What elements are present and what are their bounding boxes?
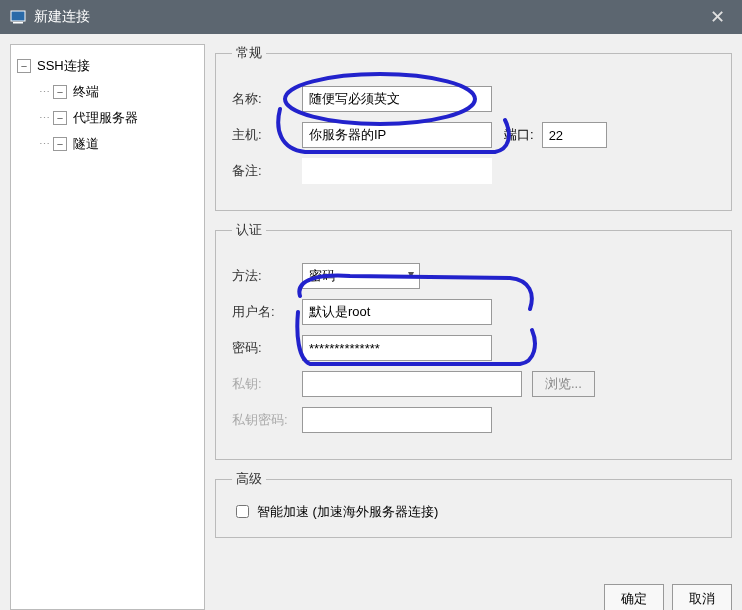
dialog-body: − SSH连接 ⋯ − 终端 ⋯ − 代理服务器 ⋯ − 隧道 常规 (0, 34, 742, 610)
tree-branch-icon: ⋯ (39, 138, 49, 151)
method-label: 方法: (232, 267, 302, 285)
collapse-icon: − (17, 59, 31, 73)
tree-item-terminal[interactable]: ⋯ − 终端 (17, 79, 198, 105)
collapse-icon: − (53, 137, 67, 151)
tree-item-label: 终端 (73, 83, 99, 101)
smart-accel-option[interactable]: 智能加速 (加速海外服务器连接) (232, 502, 715, 521)
tree-item-label: 代理服务器 (73, 109, 138, 127)
method-select[interactable] (302, 263, 420, 289)
svg-rect-0 (11, 11, 25, 21)
name-input[interactable] (302, 86, 492, 112)
titlebar: 新建连接 ✕ (0, 0, 742, 34)
dialog-buttons: 确定 取消 (604, 584, 732, 610)
tree-root-label: SSH连接 (37, 57, 90, 75)
sidebar-tree: − SSH连接 ⋯ − 终端 ⋯ − 代理服务器 ⋯ − 隧道 (10, 44, 205, 610)
group-auth: 认证 方法: 用户名: 密码: 私钥: (215, 221, 732, 460)
ok-button[interactable]: 确定 (604, 584, 664, 610)
tree-branch-icon: ⋯ (39, 112, 49, 125)
group-general: 常规 名称: 主机: 端口: 备注: (215, 44, 732, 211)
username-input[interactable] (302, 299, 492, 325)
privkey-input (302, 371, 522, 397)
tree-item-tunnel[interactable]: ⋯ − 隧道 (17, 131, 198, 157)
collapse-icon: − (53, 85, 67, 99)
tree-root-ssh[interactable]: − SSH连接 (17, 53, 198, 79)
group-general-legend: 常规 (232, 44, 266, 62)
collapse-icon: − (53, 111, 67, 125)
content-area: 常规 名称: 主机: 端口: 备注: 认证 (215, 44, 732, 610)
tree-branch-icon: ⋯ (39, 86, 49, 99)
group-advanced-legend: 高级 (232, 470, 266, 488)
dialog-window: 新建连接 ✕ − SSH连接 ⋯ − 终端 ⋯ − 代理服务器 ⋯ − 隧道 (0, 0, 742, 610)
name-label: 名称: (232, 90, 302, 108)
host-input[interactable] (302, 122, 492, 148)
group-advanced: 高级 智能加速 (加速海外服务器连接) (215, 470, 732, 538)
smart-accel-label: 智能加速 (加速海外服务器连接) (257, 503, 438, 521)
method-select-wrap (302, 263, 420, 289)
window-title: 新建连接 (34, 8, 702, 26)
close-button[interactable]: ✕ (702, 6, 732, 28)
remarks-input[interactable] (302, 158, 492, 184)
port-label: 端口: (504, 126, 534, 144)
host-label: 主机: (232, 126, 302, 144)
privkey-label: 私钥: (232, 375, 302, 393)
tree-item-label: 隧道 (73, 135, 99, 153)
browse-button: 浏览... (532, 371, 595, 397)
app-icon (10, 10, 26, 24)
port-input[interactable] (542, 122, 607, 148)
remarks-label: 备注: (232, 162, 302, 180)
svg-rect-1 (13, 22, 23, 24)
group-auth-legend: 认证 (232, 221, 266, 239)
privkey-pass-label: 私钥密码: (232, 411, 302, 429)
cancel-button[interactable]: 取消 (672, 584, 732, 610)
username-label: 用户名: (232, 303, 302, 321)
smart-accel-checkbox[interactable] (236, 505, 249, 518)
password-input[interactable] (302, 335, 492, 361)
tree-item-proxy[interactable]: ⋯ − 代理服务器 (17, 105, 198, 131)
password-label: 密码: (232, 339, 302, 357)
privkey-pass-input (302, 407, 492, 433)
